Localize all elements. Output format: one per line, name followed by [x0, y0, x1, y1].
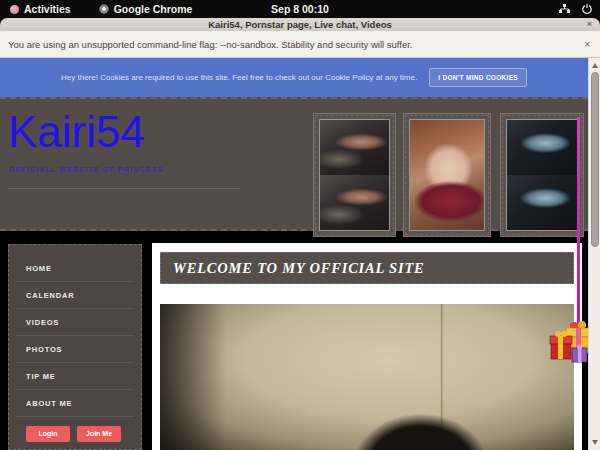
- screen: Activities Google Chrome Sep 8 00:10: [0, 0, 600, 450]
- sidebar-nav: HOME CALENDAR VIDEOS PHOTOS TIP ME ABOUT…: [8, 244, 142, 450]
- cookie-consent-bar: Hey there! Cookies are required to use t…: [0, 58, 588, 97]
- activities-indicator-icon: [10, 5, 19, 14]
- login-button[interactable]: Login: [26, 426, 70, 442]
- sidebar-item-photos[interactable]: PHOTOS: [9, 336, 141, 363]
- hero-photo[interactable]: [160, 304, 574, 450]
- join-me-button[interactable]: Join Me: [77, 426, 121, 442]
- photo-thumbnail-2[interactable]: [403, 113, 491, 237]
- window-close-icon[interactable]: ×: [587, 18, 592, 31]
- photo-thumbnail-3[interactable]: [500, 113, 584, 237]
- chrome-app-icon: [99, 4, 109, 14]
- site-tagline: OFFICIALL WEBSITE OF PRINCESS: [9, 166, 163, 173]
- photo-thumbnail-1-image: [319, 119, 390, 231]
- site-title[interactable]: Kairi54: [8, 107, 145, 157]
- welcome-heading: WELCOME TO MY OFFICIAL SITE: [160, 252, 574, 284]
- page-scrollbar[interactable]: [588, 58, 600, 450]
- sidebar-item-home[interactable]: HOME: [9, 255, 141, 282]
- network-icon[interactable]: [559, 4, 570, 14]
- infobar-message: You are using an unsupported command-lin…: [8, 39, 413, 50]
- sidebar-item-about-me[interactable]: ABOUT ME: [9, 390, 141, 417]
- infobar-close-icon[interactable]: ×: [584, 39, 590, 50]
- sidebar-item-videos[interactable]: VIDEOS: [9, 309, 141, 336]
- site-header: Kairi54 OFFICIALL WEBSITE OF PRINCESS: [0, 97, 588, 231]
- gnome-top-bar: Activities Google Chrome Sep 8 00:10: [0, 0, 600, 18]
- scroll-up-arrow-icon[interactable]: [592, 63, 598, 68]
- sidebar-item-tip-me[interactable]: TIP ME: [9, 363, 141, 390]
- system-tray: [559, 0, 592, 18]
- activities-label: Activities: [24, 3, 71, 15]
- main-content-panel: WELCOME TO MY OFFICIAL SITE: [152, 243, 582, 450]
- window-title: Kairi54, Pornstar page, Live chat, Video…: [208, 19, 392, 30]
- cookie-message: Hey there! Cookies are required to use t…: [61, 73, 417, 82]
- photo-thumbnail-3-image: [506, 119, 578, 231]
- tagline-divider: [8, 188, 240, 189]
- photo-thumbnail-1[interactable]: [313, 113, 396, 237]
- window-title-bar[interactable]: Kairi54, Pornstar page, Live chat, Video…: [0, 18, 600, 31]
- focused-app-menu[interactable]: Google Chrome: [99, 3, 193, 15]
- clock[interactable]: Sep 8 00:10: [0, 3, 600, 15]
- chat-widget-edge: [577, 117, 580, 342]
- auth-buttons: Login Join Me: [26, 426, 141, 442]
- focused-app-label: Google Chrome: [114, 3, 193, 15]
- power-icon[interactable]: [582, 4, 592, 14]
- photo-thumbnail-2-image: [409, 119, 485, 231]
- scroll-down-arrow-icon[interactable]: [592, 440, 598, 445]
- cookie-accept-button[interactable]: I DON'T MIND COOKIES: [429, 68, 527, 87]
- activities-button[interactable]: Activities: [10, 3, 71, 15]
- gifts-icon[interactable]: [549, 318, 593, 370]
- chrome-infobar: You are using an unsupported command-lin…: [0, 31, 600, 58]
- scrollbar-thumb[interactable]: [591, 72, 599, 247]
- sidebar-item-calendar[interactable]: CALENDAR: [9, 282, 141, 309]
